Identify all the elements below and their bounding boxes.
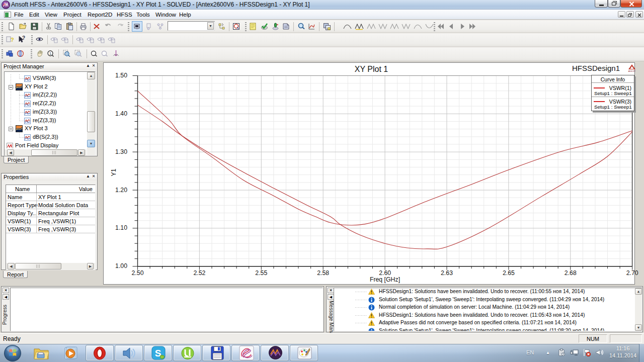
svg-text:2.68: 2.68 (565, 269, 577, 277)
svg-text:HFSSDesign1: HFSSDesign1 (572, 64, 620, 72)
svg-text:1.10: 1.10 (115, 224, 127, 231)
svg-text:1: 1 (49, 51, 52, 56)
svg-text:−: − (77, 52, 80, 56)
svg-text:XY Plot 1: XY Plot 1 (355, 65, 388, 73)
svg-text:2.52: 2.52 (193, 269, 205, 277)
svg-text:2.55: 2.55 (255, 269, 267, 277)
svg-text:2.70: 2.70 (626, 269, 638, 277)
svg-text:2.60: 2.60 (379, 269, 391, 277)
svg-text:?: ? (22, 35, 25, 41)
svg-text:Freq [GHz]: Freq [GHz] (370, 276, 400, 283)
svg-text:Y1: Y1 (110, 168, 117, 176)
svg-text:1.20: 1.20 (115, 187, 127, 194)
svg-text:2.50: 2.50 (132, 269, 144, 277)
svg-text:ANSOFT: ANSOFT (628, 70, 636, 72)
svg-text:1.40: 1.40 (115, 110, 127, 117)
svg-text:?: ? (11, 37, 14, 43)
svg-text:1.50: 1.50 (115, 72, 127, 79)
svg-text:1.30: 1.30 (115, 148, 127, 155)
svg-text:2.65: 2.65 (503, 269, 515, 277)
svg-text:2.63: 2.63 (441, 269, 453, 277)
svg-text:+: + (66, 52, 68, 56)
svg-text:1.00: 1.00 (115, 262, 127, 269)
svg-text:2.58: 2.58 (317, 269, 329, 277)
